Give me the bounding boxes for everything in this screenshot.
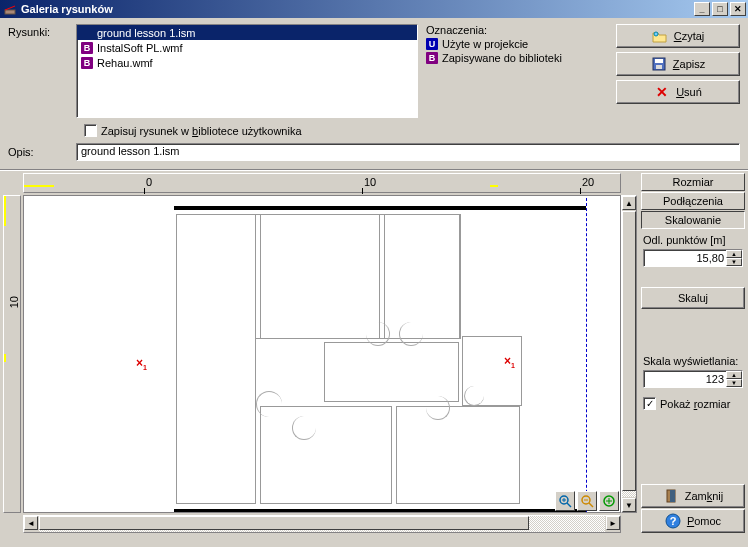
- spin-up-icon[interactable]: ▲: [726, 250, 742, 258]
- spin-up-icon[interactable]: ▲: [726, 371, 742, 379]
- svg-line-6: [567, 503, 571, 507]
- opis-input[interactable]: ground lesson 1.ism: [76, 143, 740, 161]
- file-item[interactable]: ground lesson 1.ism: [77, 25, 417, 40]
- scroll-right-icon[interactable]: ►: [606, 516, 620, 530]
- library-icon: B: [81, 57, 93, 69]
- svg-rect-4: [656, 65, 662, 69]
- read-button[interactable]: CCzytajzytaj: [616, 24, 740, 48]
- used-icon: U: [426, 38, 438, 50]
- legend: Oznaczenia: U Użyte w projekcie B Zapisy…: [426, 24, 586, 118]
- library-icon: B: [426, 52, 438, 64]
- titlebar: Galeria rysunków _ □ ✕: [0, 0, 748, 18]
- delete-x-icon: ✕: [654, 84, 670, 100]
- svg-rect-16: [670, 490, 675, 502]
- library-icon: B: [81, 42, 93, 54]
- svg-line-10: [589, 503, 593, 507]
- ruler-tick: 10: [8, 296, 20, 308]
- spin-down-icon[interactable]: ▼: [726, 258, 742, 266]
- folder-open-icon: [652, 28, 668, 44]
- save-button[interactable]: Zapisz: [616, 52, 740, 76]
- save-icon: [651, 56, 667, 72]
- top-panel: Rysunki: ground lesson 1.ism B InstalSof…: [0, 18, 748, 122]
- scroll-up-icon[interactable]: ▲: [622, 196, 636, 210]
- legend-used: Użyte w projekcie: [442, 38, 528, 50]
- skala-wys-label: Skala wyświetlania:: [643, 355, 743, 367]
- tab-skalowanie[interactable]: Skalowanie: [641, 211, 745, 229]
- zoom-out-button[interactable]: [577, 491, 597, 511]
- file-list[interactable]: ground lesson 1.ism B InstalSoft PL.wmf …: [76, 24, 418, 118]
- close-button[interactable]: ✕: [730, 2, 746, 16]
- pokaz-rozmiar-checkbox[interactable]: Pokaż rozmiar: [643, 397, 743, 410]
- scrollbar-horizontal[interactable]: ◄ ►: [23, 515, 621, 533]
- odl-punktow-input[interactable]: 15,80 ▲ ▼: [643, 249, 743, 267]
- spin-down-icon[interactable]: ▼: [726, 379, 742, 387]
- delete-button[interactable]: ✕ Usuń: [616, 80, 740, 104]
- help-icon: ?: [665, 513, 681, 529]
- file-name: ground lesson 1.ism: [97, 27, 195, 39]
- maximize-button[interactable]: □: [712, 2, 728, 16]
- door-icon: [663, 488, 679, 504]
- window-title: Galeria rysunków: [21, 3, 692, 15]
- legend-saved: Zapisywane do biblioteki: [442, 52, 562, 64]
- svg-text:?: ?: [670, 515, 677, 527]
- checkbox-icon[interactable]: [84, 124, 97, 137]
- ruler-tick: 0: [146, 176, 152, 188]
- legend-title: Oznaczenia:: [426, 24, 586, 36]
- tab-podlaczenia[interactable]: Podłączenia: [641, 192, 745, 210]
- scroll-down-icon[interactable]: ▼: [622, 498, 636, 512]
- zoom-fit-button[interactable]: [599, 491, 619, 511]
- minimize-button[interactable]: _: [694, 2, 710, 16]
- odl-punktow-label: Odl. punktów [m]: [643, 234, 743, 246]
- skaluj-button[interactable]: Skaluj: [641, 287, 745, 309]
- zoom-in-button[interactable]: [555, 491, 575, 511]
- skala-input[interactable]: 123 ▲ ▼: [643, 370, 743, 388]
- ruler-tick: 10: [364, 176, 376, 188]
- scrollbar-vertical[interactable]: ▲ ▼: [621, 195, 637, 513]
- side-panel: Rozmiar Podłączenia Skalowanie Odl. punk…: [639, 173, 747, 533]
- opis-label: Opis:: [8, 146, 68, 158]
- file-name: InstalSoft PL.wmf: [97, 42, 183, 54]
- scrollbar-thumb[interactable]: [622, 211, 636, 491]
- svg-rect-3: [655, 59, 663, 63]
- checkbox-icon[interactable]: [643, 397, 656, 410]
- drawing-viewport[interactable]: ×1 ×1: [23, 195, 621, 513]
- close-dialog-button[interactable]: Zamknij: [641, 484, 745, 508]
- file-name: Rehau.wmf: [97, 57, 153, 69]
- marker-x-icon: ×1: [504, 354, 515, 369]
- svg-point-1: [654, 32, 658, 36]
- app-icon: [2, 1, 18, 17]
- svg-rect-0: [5, 10, 15, 14]
- floor-plan: [144, 206, 594, 513]
- scroll-left-icon[interactable]: ◄: [24, 516, 38, 530]
- ruler-vertical: 10: [3, 195, 21, 513]
- help-button[interactable]: ? Pomoc: [641, 509, 745, 533]
- ruler-tick: 20: [582, 176, 594, 188]
- file-item[interactable]: B InstalSoft PL.wmf: [77, 40, 417, 55]
- scrollbar-thumb[interactable]: [39, 516, 529, 530]
- file-item[interactable]: B Rehau.wmf: [77, 55, 417, 70]
- tab-rozmiar[interactable]: Rozmiar: [641, 173, 745, 191]
- ruler-horizontal: 0 10 20: [23, 173, 621, 193]
- files-label: Rysunki:: [8, 24, 68, 118]
- save-to-library-checkbox[interactable]: Zapisuj rysunek w bibliotece użytkownika: [84, 124, 748, 137]
- marker-x-icon: ×1: [136, 356, 147, 371]
- canvas-area: 0 10 20 10: [1, 173, 747, 533]
- zoom-toolbar: [555, 491, 619, 511]
